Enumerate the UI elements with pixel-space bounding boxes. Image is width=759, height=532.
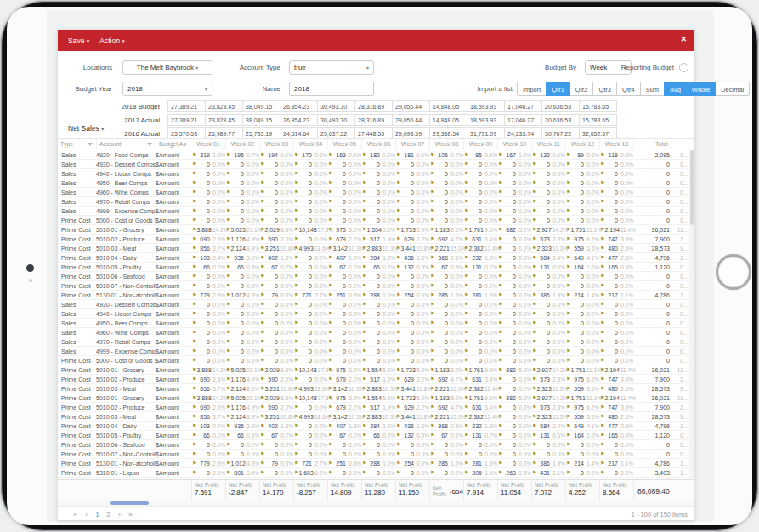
flag-icon[interactable]: ⚑ — [362, 348, 366, 354]
week-value-cell[interactable]: ⚑00.0% — [565, 272, 599, 280]
flag-icon[interactable]: ⚑ — [532, 199, 536, 204]
flag-icon[interactable]: ⚑ — [566, 405, 570, 410]
week-value-cell[interactable]: ⚑5842.4% — [531, 422, 565, 430]
flag-icon[interactable]: ⚑ — [396, 320, 400, 325]
flag-icon[interactable]: ⚑ — [362, 171, 366, 176]
flag-icon[interactable]: ⚑ — [464, 292, 468, 297]
flag-icon[interactable]: ⚑ — [396, 190, 400, 195]
week-value-cell[interactable]: ⚑00.0% — [293, 309, 327, 318]
flag-icon[interactable]: ⚑ — [192, 180, 196, 185]
flag-icon[interactable]: ⚑ — [328, 227, 332, 232]
flag-icon[interactable]: ⚑ — [566, 255, 570, 260]
week-value-cell[interactable]: ⚑00.0% — [293, 263, 327, 271]
flag-icon[interactable]: ⚑ — [328, 236, 332, 241]
week-value-cell[interactable]: ⚑00.0% — [497, 384, 531, 393]
week-value-cell[interactable]: ⚑00.0% — [225, 328, 259, 337]
flag-icon[interactable]: ⚑ — [532, 302, 536, 307]
week-value-cell[interactable]: ⚑00.0% — [599, 169, 633, 178]
week-value-cell[interactable]: ⚑00.0% — [599, 188, 633, 196]
week-value-cell[interactable]: ⚑00.0% — [463, 188, 497, 196]
flag-icon[interactable]: ⚑ — [430, 433, 434, 438]
week-value-cell[interactable]: ⚑00.0% — [293, 356, 327, 365]
flag-icon[interactable]: ⚑ — [226, 152, 230, 157]
week-value-cell[interactable]: ⚑1,1838.0% — [429, 393, 463, 402]
flag-icon[interactable]: ⚑ — [566, 171, 570, 176]
flag-icon[interactable]: ⚑ — [192, 152, 196, 157]
week-value-cell[interactable]: ⚑00.0% — [565, 178, 599, 187]
week-value-cell[interactable]: ⚑00.0% — [565, 337, 599, 346]
week-value-cell[interactable]: ⚑00.0% — [259, 450, 293, 458]
week-value-cell[interactable]: ⚑00.0% — [429, 197, 463, 206]
week-value-cell[interactable]: ⚑00.0% — [429, 319, 463, 327]
flag-icon[interactable]: ⚑ — [600, 208, 604, 213]
week-value-cell[interactable]: ⚑00.0% — [531, 450, 565, 458]
flag-icon[interactable]: ⚑ — [226, 218, 230, 223]
week-value-cell[interactable]: ⚑00.0% — [497, 356, 531, 365]
week-value-cell[interactable]: ⚑00.0% — [429, 309, 463, 318]
week-value-cell[interactable]: ⚑2,0296.8% — [259, 393, 293, 402]
flag-icon[interactable]: ⚑ — [192, 339, 196, 344]
scrollbar-thumb[interactable] — [110, 501, 149, 505]
column-header-week[interactable]: Week 10 — [497, 139, 531, 150]
week-value-cell[interactable]: ⚑4772.5% — [599, 422, 633, 430]
week-value-cell[interactable]: ⚑2,88310.3% — [361, 412, 395, 421]
flag-icon[interactable]: ⚑ — [464, 274, 468, 279]
flag-icon[interactable]: ⚑ — [600, 302, 604, 307]
column-header-week[interactable]: Week 06 — [361, 139, 395, 150]
week-value-cell[interactable]: ⚑00.0% — [395, 160, 429, 168]
flag-icon[interactable]: ⚑ — [430, 470, 434, 475]
flag-icon[interactable]: ⚑ — [566, 161, 570, 167]
week-value-cell[interactable]: ⚑2,19411.4% — [599, 393, 633, 402]
action-button[interactable]: Action ▾ — [99, 37, 125, 45]
flag-icon[interactable]: ⚑ — [532, 236, 536, 241]
flag-icon[interactable]: ⚑ — [294, 451, 298, 456]
week-value-cell[interactable]: ⚑1,75111.1% — [565, 365, 599, 374]
flag-icon[interactable]: ⚑ — [430, 283, 434, 288]
flag-icon[interactable]: ⚑ — [498, 339, 502, 344]
flag-icon[interactable]: ⚑ — [430, 255, 434, 260]
flag-icon[interactable]: ⚑ — [294, 339, 298, 344]
column-header-week[interactable]: Week 03 — [259, 139, 293, 150]
flag-icon[interactable]: ⚑ — [328, 423, 332, 428]
flag-icon[interactable]: ⚑ — [362, 423, 366, 428]
week-value-cell[interactable]: ⚑3,25110.8% — [259, 412, 293, 421]
week-value-cell[interactable]: ⚑7792.8% — [191, 459, 225, 467]
summary-value-cell[interactable]: 23,828.45 — [205, 114, 243, 126]
week-value-cell[interactable]: ⚑00.0% — [497, 459, 531, 467]
flag-icon[interactable]: ⚑ — [498, 386, 502, 391]
flag-icon[interactable]: ⚑ — [362, 470, 366, 475]
flag-icon[interactable]: ⚑ — [396, 311, 400, 316]
flag-icon[interactable]: ⚑ — [294, 283, 298, 288]
week-value-cell[interactable]: ⚑00.0% — [361, 337, 395, 346]
flag-icon[interactable]: ⚑ — [532, 320, 536, 325]
flag-icon[interactable]: ⚑ — [396, 161, 400, 167]
flag-icon[interactable]: ⚑ — [362, 358, 366, 363]
flag-icon[interactable]: ⚑ — [532, 218, 536, 223]
flag-icon[interactable]: ⚑ — [532, 330, 536, 335]
flag-icon[interactable]: ⚑ — [532, 180, 536, 185]
import-button-sum[interactable]: Sum — [640, 82, 665, 96]
column-header-account[interactable]: Account — [96, 139, 156, 150]
week-value-cell[interactable]: ⚑00.0% — [259, 207, 293, 215]
flag-icon[interactable]: ⚑ — [430, 405, 434, 410]
flag-icon[interactable]: ⚑ — [498, 395, 502, 400]
week-value-cell[interactable]: ⚑00.0% — [429, 207, 463, 215]
column-header-type[interactable]: Type — [58, 139, 96, 150]
week-value-cell[interactable]: ⚑2540.9% — [395, 291, 429, 299]
week-value-cell[interactable]: ⚑-106-0.7% — [429, 150, 463, 159]
net-sales-dropdown[interactable]: Net Sales ▾ — [68, 124, 104, 133]
flag-icon[interactable]: ⚑ — [532, 190, 536, 195]
week-value-cell[interactable]: ⚑00.0% — [599, 197, 633, 206]
flag-icon[interactable]: ⚑ — [328, 264, 332, 269]
week-value-cell[interactable]: ⚑00.0% — [429, 281, 463, 290]
week-value-cell[interactable]: ⚑00.0% — [395, 188, 429, 196]
summary-value-cell[interactable]: 18,593.93 — [467, 114, 505, 126]
week-value-cell[interactable]: ⚑00.0% — [361, 160, 395, 168]
week-value-cell[interactable]: ⚑2,22115.0% — [429, 412, 463, 421]
week-value-cell[interactable]: ⚑6792.2% — [327, 235, 361, 243]
week-value-cell[interactable]: ⚑00.0% — [497, 300, 531, 308]
flag-icon[interactable]: ⚑ — [430, 292, 434, 297]
week-value-cell[interactable]: ⚑00.0% — [463, 216, 497, 224]
flag-icon[interactable]: ⚑ — [498, 171, 502, 176]
week-value-cell[interactable]: ⚑00.0% — [565, 160, 599, 168]
